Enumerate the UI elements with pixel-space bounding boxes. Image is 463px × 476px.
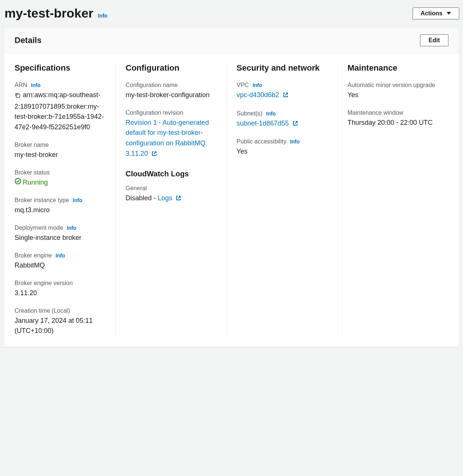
- subnet-value: subnet-1d867d55: [237, 120, 289, 127]
- deployment-mode-info-link[interactable]: Info: [67, 225, 77, 231]
- instance-type-value: mq.t3.micro: [15, 205, 106, 216]
- broker-status-label: Broker status: [15, 169, 50, 176]
- broker-status-value: Running: [23, 177, 48, 188]
- arn-info-link[interactable]: Info: [31, 82, 41, 88]
- edit-button[interactable]: Edit: [420, 34, 448, 46]
- maintenance-heading: Maintenance: [348, 62, 439, 74]
- engine-version-value: 3.11.20: [15, 288, 106, 299]
- arn-label: ARN: [15, 82, 27, 89]
- maintenance-window-value: Thursday 20:00 - 22:00 UTC: [348, 118, 439, 128]
- actions-button-label: Actions: [420, 10, 442, 17]
- public-access-value: Yes: [237, 146, 328, 157]
- arn-value: arn:aws:mq:ap-southeast-2:189107071895:b…: [15, 91, 104, 131]
- caret-down-icon: [446, 10, 451, 17]
- broker-name-label: Broker name: [15, 142, 49, 148]
- subnet-info-link[interactable]: Info: [266, 111, 276, 117]
- instance-type-label: Broker instance type: [15, 197, 69, 204]
- actions-button[interactable]: Actions: [413, 7, 459, 19]
- deployment-mode-label: Deployment mode: [15, 225, 63, 231]
- creation-time-label: Creation time (Local): [15, 307, 70, 314]
- page-title-info-link[interactable]: Info: [98, 13, 108, 19]
- details-heading: Details: [15, 35, 41, 45]
- vpc-info-link[interactable]: Info: [252, 82, 262, 88]
- subnet-label: Subnet(s): [237, 110, 262, 117]
- cloudwatch-logs-heading: CloudWatch Logs: [125, 170, 217, 178]
- public-access-label: Public accessibility: [237, 138, 286, 145]
- security-heading: Security and network: [237, 62, 328, 74]
- vpc-link[interactable]: vpc-d430d6b2: [237, 91, 289, 99]
- specifications-heading: Specifications: [15, 62, 106, 74]
- general-log-state: Disabled -: [125, 194, 158, 202]
- vpc-value: vpc-d430d6b2: [237, 91, 279, 99]
- engine-version-label: Broker engine version: [15, 280, 73, 287]
- external-link-icon: [292, 120, 298, 128]
- logs-link[interactable]: Logs: [158, 194, 181, 202]
- vpc-label: VPC: [237, 82, 249, 89]
- external-link-icon: [175, 195, 181, 203]
- auto-upgrade-label: Automatic minor version upgrade: [348, 82, 435, 89]
- page-title: my-test-broker: [4, 6, 93, 20]
- config-name-label: Configuration name: [125, 82, 178, 89]
- configuration-heading: Configuration: [125, 62, 217, 74]
- deployment-mode-value: Single-instance broker: [15, 233, 106, 243]
- broker-engine-info-link[interactable]: Info: [56, 253, 65, 259]
- external-link-icon: [151, 151, 157, 158]
- subnet-link[interactable]: subnet-1d867d55: [237, 120, 298, 127]
- public-access-info-link[interactable]: Info: [290, 139, 300, 145]
- check-circle-icon: [15, 177, 21, 188]
- config-name-value: my-test-broker-configuration: [125, 90, 217, 101]
- logs-link-text: Logs: [158, 194, 172, 202]
- config-revision-text: Revision 1 - Auto-generated default for …: [125, 119, 209, 158]
- auto-upgrade-value: Yes: [348, 90, 439, 101]
- copy-icon[interactable]: [15, 91, 21, 102]
- svg-rect-0: [16, 94, 20, 98]
- instance-type-info-link[interactable]: Info: [73, 197, 83, 203]
- broker-engine-value: RabbitMQ: [15, 260, 106, 271]
- details-panel: Details Edit Specifications ARN Info: [4, 27, 459, 347]
- config-revision-label: Configuration revision: [125, 109, 183, 116]
- general-log-label: General: [125, 185, 147, 192]
- maintenance-window-label: Maintenance window: [348, 109, 403, 116]
- external-link-icon: [283, 92, 289, 99]
- broker-engine-label: Broker engine: [15, 252, 52, 259]
- broker-name-value: my-test-broker: [15, 150, 106, 160]
- creation-time-value: January 17, 2024 at 05:11 (UTC+10:00): [15, 316, 106, 337]
- config-revision-link[interactable]: Revision 1 - Auto-generated default for …: [125, 119, 209, 158]
